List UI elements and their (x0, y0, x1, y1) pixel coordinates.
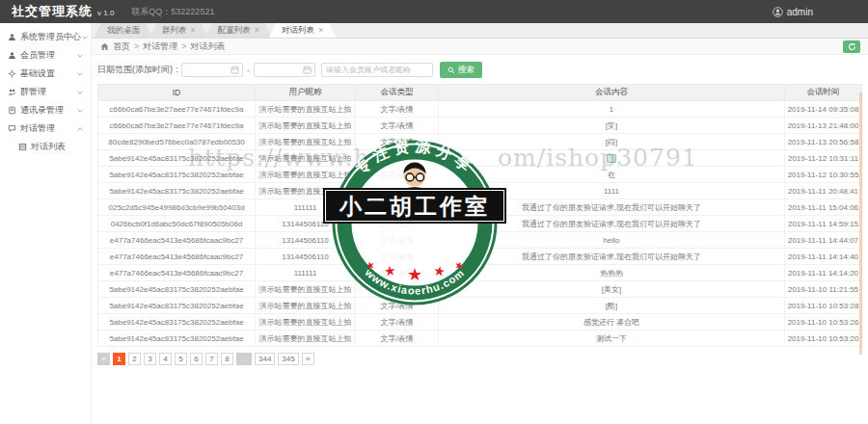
sidebar-item-4[interactable]: 通讯录管理 (0, 101, 91, 119)
cell-type: 图片 (356, 150, 439, 167)
cell-id: 5abe9142e45ac83175c3820252aebfae (98, 183, 256, 199)
home-icon (100, 42, 109, 51)
conversation-table: ID用户昵称会话类型会话内容会话时间 c66b0ca67be3e27aee77e… (97, 84, 862, 347)
chevron-down-icon (76, 52, 84, 60)
cell-nickname: 演示站需要的直接互站上拍 (256, 101, 356, 118)
search-button-label: 搜索 (458, 65, 475, 76)
table-row: c66b0ca67be3e27aee77e74671fdec9a演示站需要的直接… (98, 101, 862, 118)
cell-time: 2019-11-10 10:53:20 (785, 331, 862, 347)
cell-content: 我通过了你的朋友验证请求,现在我们可以开始聊天了 (439, 216, 785, 232)
table-row: 5abe9142e45ac83175c3820252aebfae演示站需要的直接… (98, 167, 862, 183)
username: admin (787, 7, 813, 17)
cell-type: 文字/表情 (356, 232, 439, 249)
search-button[interactable]: 搜索 (440, 62, 482, 78)
close-icon[interactable]: × (255, 26, 259, 35)
sidebar-item-label: 对话管理 (20, 122, 55, 135)
cell-nickname: 演示站需要的直接互站上拍 (256, 183, 356, 199)
page-button-8[interactable]: 8 (221, 353, 233, 365)
app-version: v 1.0 (97, 9, 114, 17)
close-icon[interactable]: × (318, 26, 323, 35)
tab-0[interactable]: 我的桌面 (95, 23, 152, 38)
refresh-button[interactable] (843, 40, 860, 53)
cell-type: 文字/表情 (356, 134, 439, 150)
chevron-up-icon (76, 125, 84, 133)
cell-time: 2019-11-10 10:53:26 (785, 314, 862, 331)
refresh-icon (848, 42, 856, 51)
cell-id: 5abe9142e45ac83175c3820252aebfae (98, 298, 256, 314)
chat-icon (8, 124, 16, 133)
keyword-input[interactable] (321, 63, 433, 77)
sidebar-item-5[interactable]: 对话管理 (0, 119, 91, 138)
cell-time: 2019-11-10 11:21:55 (785, 281, 862, 298)
page-prev-button[interactable]: « (97, 353, 110, 365)
group-icon (8, 88, 16, 96)
cell-type: 文字/表情 (356, 118, 439, 134)
tab-1[interactable]: 群列表× (149, 23, 208, 38)
tab-label: 配置列表 (218, 25, 251, 37)
table-row: 80cde8290bed576bec0a0787edb00530演示站需要的直接… (98, 134, 862, 150)
date-end-input[interactable] (254, 63, 315, 77)
cell-time: 2019-11-11 15:04:06 (785, 199, 862, 216)
chevron-down-icon (81, 34, 89, 41)
column-header: 用户昵称 (256, 85, 356, 101)
cell-content: [美女] (439, 281, 785, 298)
calendar-icon (303, 66, 312, 74)
tab-label: 对话列表 (282, 25, 314, 37)
close-icon[interactable]: × (191, 26, 196, 35)
table-row: 5abe9142e45ac83175c3820252aebfae演示站需要的直接… (98, 183, 862, 199)
page-button-3[interactable]: 3 (144, 353, 156, 365)
cell-type: 文字/表情 (356, 199, 439, 216)
cell-content: 测试一下 (439, 331, 785, 347)
cell-time: 2019-11-12 10:31:11 (785, 150, 862, 167)
chevron-down-icon (76, 107, 84, 115)
cell-nickname: 演示站需要的直接互站上拍 (256, 150, 356, 167)
page-button-1[interactable]: 1 (113, 353, 125, 365)
gear-icon (8, 69, 16, 78)
page-button-344[interactable]: 344 (255, 353, 275, 365)
cell-content: [笑] (439, 118, 785, 134)
member-icon (8, 51, 16, 60)
table-row: e477a7466eac5413e45686fcaac9bc27111111文字… (98, 265, 862, 281)
sidebar-subitem-label: 对话列表 (31, 141, 66, 153)
tab-3[interactable]: 对话列表× (269, 23, 336, 38)
cell-content: 我通过了你的朋友验证请求,现在我们可以开始聊天了 (439, 249, 785, 265)
table-row: 5abe9142e45ac83175c3820252aebfae演示站需要的直接… (98, 150, 862, 167)
pagination: «12345678…344345» (97, 353, 862, 365)
sidebar-subitem[interactable]: 对话列表 (0, 138, 91, 155)
cell-id: 5abe9142e45ac83175c3820252aebfae (98, 331, 256, 347)
sidebar-item-0[interactable]: 系统管理员中心 (0, 28, 91, 46)
cell-content: 在 (439, 167, 785, 183)
cell-content: 1 (439, 101, 785, 118)
page-ellipsis[interactable]: … (236, 353, 252, 365)
cell-id: 0426bcb0f1d6abc50dc67f890505b06d (98, 216, 256, 232)
cell-time: 2019-11-11 14:14:40 (785, 249, 862, 265)
cell-nickname: 111111 (256, 265, 356, 281)
cell-id: 5abe9142e45ac83175c3820252aebfae (98, 314, 256, 331)
column-header: 会话类型 (356, 85, 439, 101)
tab-2[interactable]: 配置列表× (205, 23, 272, 38)
page-button-2[interactable]: 2 (128, 353, 141, 365)
column-header: ID (98, 85, 256, 101)
sidebar-item-label: 会员管理 (20, 49, 55, 62)
breadcrumb-item[interactable]: 对话管理 (143, 40, 177, 53)
sidebar-item-2[interactable]: 基础设置 (0, 65, 91, 83)
cell-time: 2019-11-13 21:48:00 (785, 118, 862, 134)
cell-content: hello (439, 232, 785, 249)
page-button-7[interactable]: 7 (205, 353, 218, 365)
user-icon (8, 33, 16, 41)
cell-id: 025c2d5c945e49986d3cb9e99b50403d (98, 199, 256, 216)
breadcrumb-item[interactable]: 首页 (113, 40, 130, 53)
user-menu[interactable]: admin (773, 7, 813, 17)
cell-type: 文字/表情 (356, 314, 439, 331)
page-button-4[interactable]: 4 (159, 353, 172, 365)
page-button-5[interactable]: 5 (175, 353, 187, 365)
page-next-button[interactable]: » (302, 353, 314, 365)
sidebar-item-1[interactable]: 会员管理 (0, 46, 91, 65)
contacts-icon (8, 106, 16, 115)
page-button-6[interactable]: 6 (190, 353, 203, 365)
cell-nickname: 演示站需要的直接互站上拍 (256, 281, 356, 298)
sidebar-item-3[interactable]: 群管理 (0, 83, 91, 101)
cell-content (439, 150, 785, 167)
date-start-input[interactable] (181, 63, 243, 77)
page-button-345[interactable]: 345 (278, 353, 298, 365)
